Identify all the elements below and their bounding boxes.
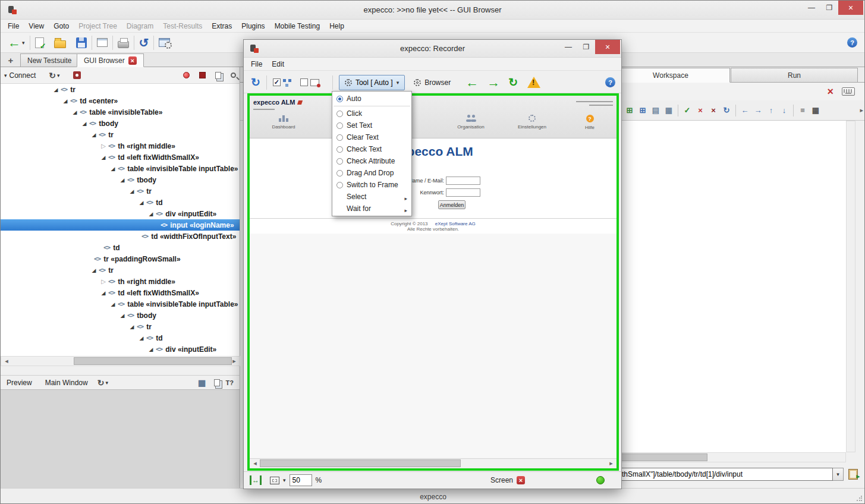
print-icon[interactable] <box>118 41 129 48</box>
refresh-tree-icon[interactable] <box>49 71 56 80</box>
menu-item[interactable]: Project Tree <box>74 20 122 33</box>
viewport-hscroll-thumb[interactable] <box>260 459 461 467</box>
new-window-icon[interactable] <box>97 38 108 47</box>
expand-arrow-icon[interactable]: ▷ <box>99 143 108 149</box>
maximize-button[interactable]: ❐ <box>820 1 838 15</box>
tab-new-testsuite[interactable]: New Testsuite <box>20 53 78 67</box>
tool-menu-item[interactable]: Clear Text <box>332 131 411 143</box>
close-button[interactable]: × <box>838 1 863 15</box>
tree-row[interactable]: ◢<>div «inputEdit» <box>1 344 240 355</box>
close-tab-icon[interactable] <box>128 56 137 65</box>
refresh-preview-icon[interactable] <box>97 378 105 388</box>
help-icon[interactable] <box>605 77 615 87</box>
tree-row[interactable]: ◢<>tr <box>1 321 240 332</box>
collapse-arrow-icon[interactable]: ◢ <box>51 87 61 93</box>
tree-row[interactable]: ◢<>table «invisibleTable inputTable» <box>1 163 240 174</box>
tree-row[interactable]: ◢<>tbody <box>1 118 240 129</box>
tree-hscrollbar[interactable] <box>1 356 240 366</box>
labels-icon[interactable]: T? <box>226 379 234 386</box>
menu-item[interactable]: Diagram <box>122 20 158 33</box>
browser-forward-icon[interactable] <box>487 75 500 90</box>
minimize-button[interactable]: — <box>803 1 820 15</box>
insert-cell-icon[interactable]: ▤ <box>650 105 662 116</box>
nav-item[interactable]: Einstellungen <box>507 115 557 130</box>
scroll-left-icon[interactable] <box>2 357 11 365</box>
tree-row[interactable]: ▷<>th «right middle» <box>1 276 240 287</box>
menu-item[interactable]: View <box>24 20 49 33</box>
workspace-editor[interactable] <box>616 121 846 452</box>
collapse-arrow-icon[interactable]: ◢ <box>70 109 80 115</box>
more-tools-icon[interactable] <box>860 106 863 114</box>
username-input[interactable] <box>446 177 480 185</box>
warning-icon[interactable] <box>527 77 540 88</box>
tree-row[interactable]: <>td «widthFixOfInputText» <box>1 231 240 242</box>
editor-hscrollbar[interactable] <box>616 452 846 462</box>
resize-grip[interactable] <box>856 496 862 502</box>
nav-item[interactable]: Dashboard <box>259 115 309 130</box>
collapse-arrow-icon[interactable]: ◢ <box>146 346 156 352</box>
shift-left-icon[interactable]: ← <box>739 105 751 116</box>
keyboard-icon[interactable] <box>842 87 855 96</box>
tool-menu-item[interactable]: Click <box>332 108 411 119</box>
collapse-arrow-icon[interactable]: ◢ <box>146 211 156 217</box>
collapse-arrow-icon[interactable]: ◢ <box>108 301 118 307</box>
help-icon[interactable] <box>847 37 857 48</box>
browser-viewport[interactable]: expecco ALM DashboardOrganisationEinstel… <box>250 96 616 468</box>
browser-button[interactable]: Browser <box>408 75 456 90</box>
tree-row[interactable]: <>tr «paddingRowSmall» <box>1 253 240 264</box>
connect-label[interactable]: Connect <box>10 71 36 80</box>
collapse-arrow-icon[interactable]: ◢ <box>108 166 118 172</box>
settings-window-icon[interactable] <box>159 38 170 47</box>
tree-row[interactable]: ◢<>tbody <box>1 310 240 321</box>
tool-menu-item[interactable]: Auto <box>332 93 411 105</box>
delete-row-icon[interactable]: × <box>694 105 706 116</box>
fit-width-icon[interactable] <box>250 475 262 485</box>
delete-all-icon[interactable]: × <box>707 105 719 116</box>
tree-hscroll-thumb[interactable] <box>74 357 232 365</box>
record-icon[interactable] <box>183 72 190 78</box>
collapse-arrow-icon[interactable]: ◢ <box>80 121 89 127</box>
tool-dropdown-button[interactable]: Tool [ Auto ] <box>339 75 405 90</box>
move-down-icon[interactable]: ↓ <box>778 105 790 116</box>
collapse-arrow-icon[interactable]: ◢ <box>89 132 99 138</box>
table-link-icon[interactable]: ▦ <box>663 105 675 116</box>
collapse-arrow-icon[interactable]: ◢ <box>137 335 146 341</box>
save-icon[interactable] <box>76 37 87 48</box>
reload-page-icon[interactable] <box>251 75 260 89</box>
tool-menu-item[interactable]: Select▸ <box>332 191 411 203</box>
collapse-arrow-icon[interactable]: ◢ <box>118 313 127 319</box>
open-file-icon[interactable] <box>54 40 66 48</box>
undo-icon[interactable] <box>139 36 149 50</box>
grid-view-icon[interactable]: ▦ <box>810 105 822 116</box>
check-testsuite-icon[interactable] <box>35 37 44 48</box>
collapse-arrow-icon[interactable]: ◢ <box>127 324 137 330</box>
back-history-chevron-icon[interactable] <box>22 40 25 46</box>
preview-options-chevron-icon[interactable] <box>105 380 108 386</box>
move-up-icon[interactable]: ↑ <box>765 105 777 116</box>
tree-row[interactable]: <>td <box>1 242 240 253</box>
tool-menu-item[interactable]: Wait for▸ <box>332 203 411 215</box>
menu-item[interactable]: Help <box>325 20 349 33</box>
windows-icon[interactable] <box>214 379 220 386</box>
add-child-row-icon[interactable]: ⊞ <box>637 105 649 116</box>
tree-row[interactable]: ◢<>table «invisibleTable» <box>1 106 240 118</box>
close-screen-icon[interactable] <box>517 476 525 484</box>
tree-row[interactable]: ◢<>td «left fixWidthSmallX» <box>1 152 240 163</box>
refresh-options-chevron-icon[interactable] <box>57 73 60 78</box>
tree-row[interactable]: ◢<>div «inputEdit» <box>1 208 240 219</box>
tool-menu-item[interactable]: Switch to Frame <box>332 179 411 191</box>
screenshot-checkbox[interactable] <box>300 78 308 86</box>
tree-row[interactable]: ◢<>table «invisibleTable inputTable» <box>1 298 240 310</box>
tree-row[interactable]: ◢<>tr <box>1 185 240 197</box>
minimize-button[interactable]: — <box>559 40 577 54</box>
search-icon[interactable] <box>231 73 236 78</box>
tool-menu-item[interactable]: Drag And Drop <box>332 167 411 179</box>
nav-item[interactable]: Organisation <box>446 115 496 130</box>
shift-right-icon[interactable]: → <box>752 105 764 116</box>
menu-item[interactable]: Mobile Testing <box>270 20 325 33</box>
nav-item[interactable]: Hilfe <box>565 115 615 130</box>
menu-item[interactable]: Goto <box>49 20 74 33</box>
paste-path-icon[interactable] <box>848 469 858 480</box>
menu-item[interactable]: File <box>3 20 24 33</box>
menu-item[interactable]: Test-Results <box>158 20 207 33</box>
